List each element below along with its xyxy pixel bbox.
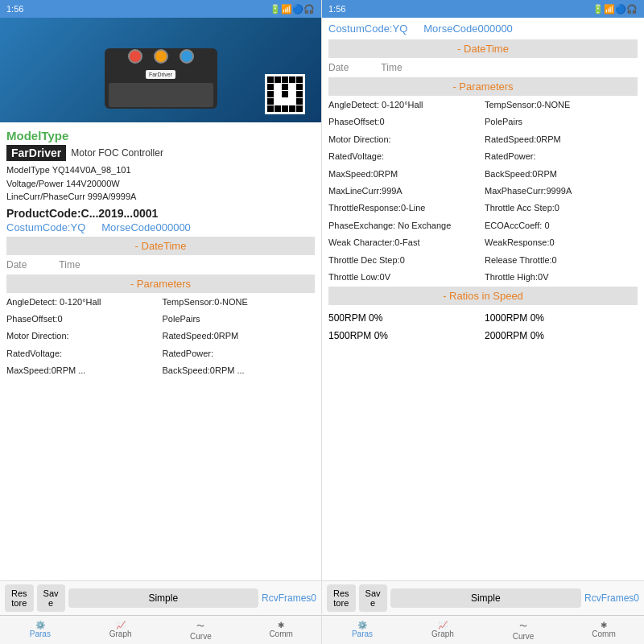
- right-param-8-left: Weak Character:0-Fast: [328, 235, 481, 250]
- param-4-left: MaxSpeed:0RPM ...: [6, 363, 159, 378]
- right-param-7-left: PhaseExchange: No Exchange: [328, 218, 481, 233]
- right-comm-label: Comm: [592, 630, 615, 638]
- right-time: 1:56: [328, 4, 345, 14]
- paras-icon: ⚙️: [35, 621, 45, 630]
- param-3-left: RatedVoltage:: [6, 346, 159, 361]
- right-param-1-left: PhaseOffset:0: [328, 114, 481, 130]
- spec-voltage: Voltage/Power 144V20000W: [6, 177, 315, 191]
- left-nav-graph[interactable]: 📈 Graph: [80, 616, 161, 644]
- morse-code: MorseCode000000: [101, 221, 191, 233]
- date-row: Date Time: [6, 257, 315, 273]
- right-paras-label: Paras: [352, 630, 373, 638]
- right-status-bar: 1:56 🔋📶🔵🎧: [322, 0, 644, 18]
- right-nav-bar: ⚙️ Paras 📈 Graph 〜 Curve ✱ Comm: [322, 615, 644, 644]
- right-param-9-left: Throttle Dec Step:0: [328, 253, 481, 268]
- spec-curr: LineCurr/PhaseCurr 999A/9999A: [6, 190, 315, 204]
- right-parameters-header: - Parameters: [328, 77, 638, 96]
- right-param-3-left: RatedVoltage:: [328, 149, 481, 164]
- spec-model: ModelType YQ144V0A_98_101: [6, 163, 315, 177]
- custom-code: CostumCode:YQ: [6, 221, 85, 233]
- curve-label: Curve: [190, 632, 212, 641]
- left-status-bar: 1:56 🔋📶🔵🎧: [0, 0, 321, 18]
- right-curve-icon: 〜: [519, 621, 527, 632]
- right-param-6-right: Throttle Acc Step:0: [485, 200, 638, 216]
- ratio-0-right: 1000RPM 0%: [485, 310, 638, 326]
- ratio-1-right: 2000RPM 0%: [485, 328, 638, 344]
- left-status-icons: 🔋📶🔵🎧: [270, 4, 315, 14]
- left-info-section: ModelType FarDriver Motor FOC Controller…: [0, 122, 321, 580]
- left-restore-btn[interactable]: Restore: [5, 584, 34, 612]
- ratios-header: - Ratios in Speed: [328, 287, 638, 305]
- curve-icon: 〜: [196, 621, 204, 632]
- specs: ModelType YQ144V0A_98_101 Voltage/Power …: [6, 163, 315, 204]
- right-param-5-left: MaxLineCurr:999A: [328, 184, 481, 199]
- comm-icon: ✱: [278, 621, 284, 630]
- right-nav-paras[interactable]: ⚙️ Paras: [322, 616, 402, 644]
- right-info-section: CostumCode:YQ MorseCode000000 - DateTime…: [322, 18, 644, 580]
- connector-blue: [180, 49, 194, 64]
- product-code: ProductCode:C...2019...0001: [6, 207, 315, 220]
- brand-desc: Motor FOC Controller: [71, 147, 163, 159]
- graph-icon: 📈: [116, 621, 126, 630]
- left-nav-comm[interactable]: ✱ Comm: [241, 616, 321, 644]
- qr-code: [265, 74, 305, 114]
- right-save-btn[interactable]: Save: [359, 584, 387, 612]
- param-0-right: TempSensor:0-NONE: [163, 295, 316, 310]
- right-simple-btn[interactable]: Simple: [390, 588, 581, 608]
- left-rcv-frames: RcvFrames0: [262, 592, 316, 604]
- brand-row: FarDriver Motor FOC Controller: [6, 145, 315, 161]
- right-nav-comm[interactable]: ✱ Comm: [564, 616, 644, 644]
- device-label: FarDriver: [146, 70, 175, 79]
- right-toolbar: Restore Save Simple RcvFrames0: [322, 580, 644, 615]
- param-4-right: BackSpeed:0RPM ...: [163, 363, 316, 378]
- right-nav-curve[interactable]: 〜 Curve: [483, 616, 564, 644]
- left-time: 1:56: [6, 4, 23, 14]
- param-3-right: RatedPower:: [163, 346, 316, 361]
- right-param-6-left: ThrottleResponse:0-Line: [328, 200, 481, 216]
- right-rcv-frames: RcvFrames0: [584, 592, 639, 604]
- left-toolbar: Restore Save Simple RcvFrames0: [0, 580, 321, 615]
- right-comm-icon: ✱: [601, 621, 607, 630]
- graph-label: Graph: [109, 630, 132, 638]
- right-param-2-left: Motor Direction:: [328, 132, 481, 147]
- param-0-left: AngleDetect: 0-120°Hall: [6, 295, 159, 310]
- right-morse-code: MorseCode000000: [423, 23, 513, 35]
- right-param-9-right: Release Throttle:0: [485, 253, 638, 268]
- ratio-0-left: 500RPM 0%: [328, 310, 481, 326]
- left-nav-curve[interactable]: 〜 Curve: [161, 616, 242, 644]
- right-screen: 1:56 🔋📶🔵🎧 CostumCode:YQ MorseCode000000 …: [322, 0, 644, 644]
- ratio-1-left: 1500RPM 0%: [328, 328, 481, 344]
- right-date-label: Date: [328, 62, 349, 73]
- paras-label: Paras: [30, 630, 51, 638]
- right-param-0-left: AngleDetect: 0-120°Hall: [328, 97, 481, 113]
- right-paras-icon: ⚙️: [357, 621, 367, 630]
- custom-codes: CostumCode:YQ MorseCode000000: [6, 221, 315, 233]
- comm-label: Comm: [269, 630, 292, 638]
- right-param-0-right: TempSensor:0-NONE: [485, 97, 638, 113]
- right-param-10-left: Throttle Low:0V: [328, 270, 481, 285]
- right-param-4-right: BackSpeed:0RPM: [485, 167, 638, 182]
- right-param-8-right: WeakResponse:0: [485, 235, 638, 250]
- right-nav-graph[interactable]: 📈 Graph: [402, 616, 483, 644]
- left-save-btn[interactable]: Save: [37, 584, 65, 612]
- param-2-left: Motor Direction:: [6, 328, 159, 344]
- right-time-label: Time: [381, 62, 402, 73]
- time-label: Time: [59, 259, 80, 270]
- right-param-10-right: Throttle High:0V: [485, 270, 638, 285]
- right-date-row: Date Time: [328, 60, 638, 76]
- left-nav-paras[interactable]: ⚙️ Paras: [0, 616, 80, 644]
- right-param-1-right: PolePairs: [485, 114, 638, 130]
- right-param-4-left: MaxSpeed:0RPM: [328, 167, 481, 182]
- device-image: FarDriver: [0, 18, 321, 122]
- connector-yellow: [154, 49, 168, 64]
- left-simple-btn[interactable]: Simple: [68, 588, 258, 608]
- brand-name: FarDriver: [6, 145, 66, 161]
- right-param-5-right: MaxPhaseCurr:9999A: [485, 184, 638, 199]
- param-1-left: PhaseOffset:0: [6, 312, 159, 327]
- params-grid: AngleDetect: 0-120°Hall TempSensor:0-NON…: [6, 295, 315, 379]
- right-datetime-header: - DateTime: [328, 39, 638, 58]
- right-status-icons: 🔋📶🔵🎧: [592, 4, 638, 14]
- speed-ratios-grid: 500RPM 0% 1000RPM 0% 1500RPM 0% 2000RPM …: [328, 307, 638, 347]
- right-restore-btn[interactable]: Restore: [327, 584, 356, 612]
- right-params-grid: AngleDetect: 0-120°Hall TempSensor:0-NON…: [328, 97, 638, 285]
